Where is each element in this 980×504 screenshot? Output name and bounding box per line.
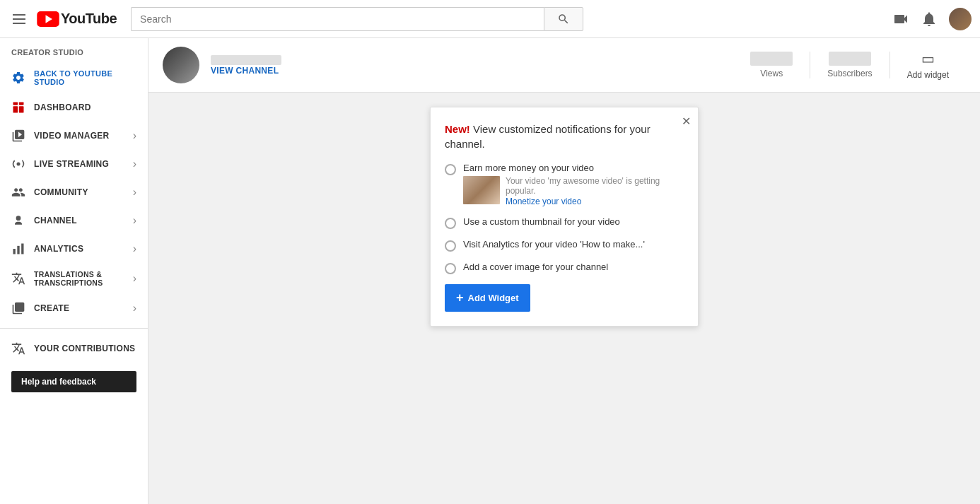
notification-popup: ✕ New! View customized notifications for… <box>430 107 699 327</box>
community-icon <box>11 185 25 199</box>
live-streaming-icon <box>11 157 25 171</box>
notif-content-1: Earn more money on your video Your video… <box>463 163 684 206</box>
notif-item-4: Add a cover image for your channel <box>445 262 684 274</box>
video-create-button[interactable] <box>892 11 909 28</box>
sidebar-section-title: CREATOR STUDIO <box>0 38 148 62</box>
add-widget-header-label: Add widget <box>907 70 949 80</box>
sidebar: CREATOR STUDIO BACK TO YOUTUBE STUDIO DA… <box>0 38 148 504</box>
svg-rect-8 <box>13 249 16 254</box>
plus-icon: + <box>456 291 464 305</box>
notif-radio-4[interactable] <box>445 263 456 274</box>
chevron-down-icon: › <box>133 186 136 199</box>
search-button[interactable] <box>544 7 583 31</box>
live-streaming-label: LIVE STREAMING <box>34 159 124 169</box>
notif-content-2: Use a custom thumbnail for your video <box>463 216 684 227</box>
chevron-down-icon: › <box>133 272 136 285</box>
sidebar-divider <box>0 328 148 329</box>
sidebar-item-live-streaming[interactable]: LIVE STREAMING › <box>0 150 148 178</box>
add-widget-popup-label: Add Widget <box>468 293 519 303</box>
notifications-button[interactable] <box>921 11 938 28</box>
page-wrapper: CREATOR STUDIO BACK TO YOUTUBE STUDIO DA… <box>0 38 980 504</box>
sidebar-item-video-manager[interactable]: VIDEO MANAGER › <box>0 122 148 150</box>
channel-icon <box>11 213 25 228</box>
notif-thumb-info: Your video 'my awesome video' is getting… <box>506 176 684 206</box>
notif-item-3: Visit Analytics for your video 'How to m… <box>445 239 684 252</box>
popup-title-text: View customized notifications for your c… <box>445 123 651 150</box>
notif-text-1: Earn more money on your video <box>463 163 594 173</box>
notif-content-4: Add a cover image for your channel <box>463 262 684 272</box>
channel-stats: Views Subscribers ▭ Add widget <box>733 50 966 80</box>
hamburger-button[interactable] <box>8 10 30 28</box>
create-icon <box>11 301 25 315</box>
youtube-logo[interactable]: YouTube <box>37 11 117 27</box>
notif-radio-1[interactable] <box>445 164 456 175</box>
svg-rect-2 <box>13 102 18 105</box>
search-bar <box>131 7 583 31</box>
notif-radio-2[interactable] <box>445 218 456 229</box>
add-widget-header-button[interactable]: ▭ Add widget <box>890 50 966 80</box>
channel-info: VIEW CHANNEL <box>211 55 281 76</box>
notif-content-3: Visit Analytics for your video 'How to m… <box>463 239 684 250</box>
translate-icon <box>11 271 25 286</box>
sidebar-item-analytics[interactable]: ANALYTICS › <box>0 235 148 263</box>
chevron-down-icon: › <box>133 214 136 227</box>
search-icon <box>557 13 570 25</box>
sidebar-item-translations[interactable]: TRANSLATIONS & TRANSCRIPTIONS › <box>0 263 148 294</box>
sidebar-item-community[interactable]: COMMUNITY › <box>0 178 148 206</box>
notif-item-1: Earn more money on your video Your video… <box>445 163 684 206</box>
sidebar-item-create[interactable]: CREATE › <box>0 294 148 322</box>
notif-thumb-sub: Your video 'my awesome video' is getting… <box>506 176 684 196</box>
notif-text-4: Add a cover image for your channel <box>463 262 608 272</box>
views-label: Views <box>760 69 783 78</box>
view-channel-link[interactable]: VIEW CHANNEL <box>211 66 279 76</box>
subscribers-stat: Subscribers <box>810 52 889 78</box>
channel-label: CHANNEL <box>34 216 124 225</box>
search-input[interactable] <box>131 7 544 31</box>
notif-text-3: Visit Analytics for your video 'How to m… <box>463 239 645 250</box>
notif-radio-3[interactable] <box>445 240 456 252</box>
avatar[interactable] <box>949 8 972 30</box>
dashboard-area: ✕ New! View customized notifications for… <box>148 93 980 504</box>
notif-item-2: Use a custom thumbnail for your video <box>445 216 684 229</box>
back-to-youtube-label: BACK TO YOUTUBE STUDIO <box>34 69 136 86</box>
sidebar-item-contributions[interactable]: YOUR CONTRIBUTIONS <box>0 334 148 363</box>
channel-name-placeholder <box>211 55 281 65</box>
svg-rect-5 <box>19 106 24 112</box>
subscribers-value <box>829 52 871 66</box>
monetize-link[interactable]: Monetize your video <box>506 197 581 206</box>
notif-thumbnail <box>463 176 500 204</box>
sidebar-item-dashboard[interactable]: DASHBOARD <box>0 93 148 122</box>
dashboard-label: DASHBOARD <box>34 102 136 112</box>
video-manager-label: VIDEO MANAGER <box>34 131 124 141</box>
views-stat: Views <box>733 52 810 78</box>
popup-close-button[interactable]: ✕ <box>682 115 691 128</box>
views-value <box>750 52 793 66</box>
dashboard-icon <box>11 100 25 115</box>
main-content: VIEW CHANNEL Views Subscribers ▭ Add wid… <box>148 38 980 504</box>
analytics-icon <box>11 242 25 256</box>
create-label: CREATE <box>34 303 124 313</box>
video-manager-icon <box>11 129 25 143</box>
sidebar-item-channel[interactable]: CHANNEL › <box>0 206 148 235</box>
youtube-logo-text: YouTube <box>61 11 117 27</box>
help-feedback-button[interactable]: Help and feedback <box>11 371 136 392</box>
popup-title: New! View customized notifications for y… <box>445 122 684 151</box>
chevron-down-icon: › <box>133 129 136 142</box>
chevron-down-icon: › <box>133 242 136 255</box>
subscribers-label: Subscribers <box>827 69 872 78</box>
add-widget-popup-button[interactable]: + Add Widget <box>445 284 530 312</box>
analytics-label: ANALYTICS <box>34 244 124 254</box>
svg-point-6 <box>17 163 21 166</box>
svg-point-7 <box>16 216 21 221</box>
chevron-down-icon: › <box>133 302 136 315</box>
nav-right <box>892 8 972 30</box>
translations-label: TRANSLATIONS & TRANSCRIPTIONS <box>34 270 124 287</box>
community-label: COMMUNITY <box>34 187 124 197</box>
new-badge: New! <box>445 123 470 135</box>
notif-thumb-row: Your video 'my awesome video' is getting… <box>463 176 684 206</box>
gear-icon <box>11 71 25 85</box>
notif-text-2: Use a custom thumbnail for your video <box>463 216 620 227</box>
channel-avatar <box>163 47 199 83</box>
chevron-down-icon: › <box>133 158 136 170</box>
sidebar-item-back-to-youtube[interactable]: BACK TO YOUTUBE STUDIO <box>0 62 148 93</box>
